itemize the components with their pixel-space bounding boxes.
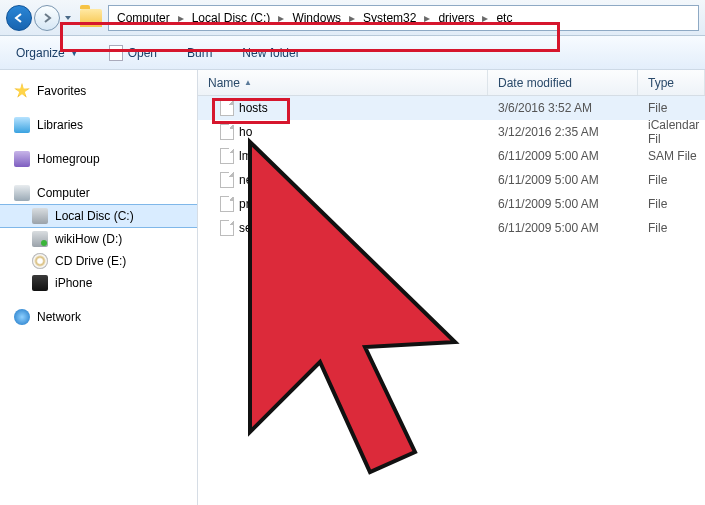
sidebar-favorites[interactable]: Favorites [0, 80, 197, 102]
address-bar[interactable]: Computer▸ Local Disc (C:)▸ Windows▸ Syst… [108, 5, 699, 31]
folder-icon [80, 9, 102, 27]
file-pane: Name ▲ Date modified Type hosts 3/6/2016… [198, 70, 705, 505]
file-icon [220, 148, 234, 164]
network-icon [14, 309, 30, 325]
chevron-right-icon: ▸ [422, 11, 432, 25]
file-name: ne [239, 173, 252, 187]
drive-label: CD Drive (E:) [55, 254, 126, 268]
sidebar-drive-c[interactable]: Local Disc (C:) [0, 204, 197, 228]
file-row[interactable]: ho 3/12/2016 2:35 AM iCalendar Fil [198, 120, 705, 144]
chevron-right-icon: ▸ [480, 11, 490, 25]
open-button[interactable]: Open [103, 42, 163, 64]
file-name: hosts [239, 101, 268, 115]
nav-bar: Computer▸ Local Disc (C:)▸ Windows▸ Syst… [0, 0, 705, 36]
drive-label: iPhone [55, 276, 92, 290]
drive-label: Local Disc (C:) [55, 209, 134, 223]
drive-label: wikiHow (D:) [55, 232, 122, 246]
sidebar: Favorites Libraries Homegroup Computer L… [0, 70, 198, 505]
new-folder-label: New folder [242, 46, 299, 60]
toolbar: Organize ▼ Open Burn New folder [0, 36, 705, 70]
breadcrumb-item[interactable]: Local Disc (C:) [188, 9, 275, 27]
breadcrumb: Computer▸ Local Disc (C:)▸ Windows▸ Syst… [113, 9, 516, 27]
file-type: SAM File [638, 149, 705, 163]
file-type: iCalendar Fil [638, 118, 705, 146]
sidebar-drive-d[interactable]: wikiHow (D:) [0, 228, 197, 250]
chevron-right-icon: ▸ [176, 11, 186, 25]
organize-label: Organize [16, 46, 65, 60]
file-icon [220, 124, 234, 140]
file-type: File [638, 173, 705, 187]
disk-icon [32, 231, 48, 247]
sidebar-iphone[interactable]: iPhone [0, 272, 197, 294]
breadcrumb-item[interactable]: System32 [359, 9, 420, 27]
breadcrumb-item[interactable]: etc [492, 9, 516, 27]
network-label: Network [37, 310, 81, 324]
history-dropdown-icon[interactable] [62, 12, 74, 24]
column-date[interactable]: Date modified [488, 70, 638, 95]
back-button[interactable] [6, 5, 32, 31]
sidebar-drive-e[interactable]: CD Drive (E:) [0, 250, 197, 272]
phone-icon [32, 275, 48, 291]
new-folder-button[interactable]: New folder [236, 43, 305, 63]
file-name: ser [239, 221, 256, 235]
file-icon [220, 220, 234, 236]
sidebar-network[interactable]: Network [0, 306, 197, 328]
breadcrumb-item[interactable]: drivers [434, 9, 478, 27]
cd-icon [32, 253, 48, 269]
homegroup-label: Homegroup [37, 152, 100, 166]
column-name[interactable]: Name ▲ [198, 70, 488, 95]
file-row[interactable]: hosts 3/6/2016 3:52 AM File [198, 96, 705, 120]
breadcrumb-item[interactable]: Computer [113, 9, 174, 27]
forward-button[interactable] [34, 5, 60, 31]
computer-label: Computer [37, 186, 90, 200]
file-type: File [638, 197, 705, 211]
computer-icon [14, 185, 30, 201]
chevron-right-icon: ▸ [347, 11, 357, 25]
burn-label: Burn [187, 46, 212, 60]
column-headers: Name ▲ Date modified Type [198, 70, 705, 96]
file-row[interactable]: pro 6/11/2009 5:00 AM File [198, 192, 705, 216]
chevron-right-icon: ▸ [276, 11, 286, 25]
libraries-label: Libraries [37, 118, 83, 132]
file-type: File [638, 221, 705, 235]
file-date: 6/11/2009 5:00 AM [488, 149, 638, 163]
burn-button[interactable]: Burn [181, 43, 218, 63]
organize-menu[interactable]: Organize ▼ [10, 43, 85, 63]
disk-icon [32, 208, 48, 224]
file-type: File [638, 101, 705, 115]
file-icon [220, 100, 234, 116]
homegroup-icon [14, 151, 30, 167]
file-date: 3/6/2016 3:52 AM [488, 101, 638, 115]
column-type[interactable]: Type [638, 70, 705, 95]
file-icon [220, 196, 234, 212]
file-row[interactable]: ser 6/11/2009 5:00 AM File [198, 216, 705, 240]
file-date: 6/11/2009 5:00 AM [488, 197, 638, 211]
file-row[interactable]: lm 6/11/2009 5:00 AM SAM File [198, 144, 705, 168]
open-label: Open [128, 46, 157, 60]
sort-asc-icon: ▲ [244, 78, 252, 87]
file-name: ho [239, 125, 252, 139]
file-date: 3/12/2016 2:35 AM [488, 125, 638, 139]
sidebar-homegroup[interactable]: Homegroup [0, 148, 197, 170]
file-icon [220, 172, 234, 188]
main-split: Favorites Libraries Homegroup Computer L… [0, 70, 705, 505]
file-list: hosts 3/6/2016 3:52 AM File ho 3/12/2016… [198, 96, 705, 240]
file-name: lm [239, 149, 252, 163]
file-row[interactable]: ne 6/11/2009 5:00 AM File [198, 168, 705, 192]
favorites-label: Favorites [37, 84, 86, 98]
sidebar-libraries[interactable]: Libraries [0, 114, 197, 136]
file-date: 6/11/2009 5:00 AM [488, 173, 638, 187]
file-date: 6/11/2009 5:00 AM [488, 221, 638, 235]
star-icon [14, 83, 30, 99]
file-name: pro [239, 197, 256, 211]
document-icon [109, 45, 123, 61]
libraries-icon [14, 117, 30, 133]
sidebar-computer[interactable]: Computer [0, 182, 197, 204]
breadcrumb-item[interactable]: Windows [288, 9, 345, 27]
caret-down-icon: ▼ [70, 48, 79, 58]
